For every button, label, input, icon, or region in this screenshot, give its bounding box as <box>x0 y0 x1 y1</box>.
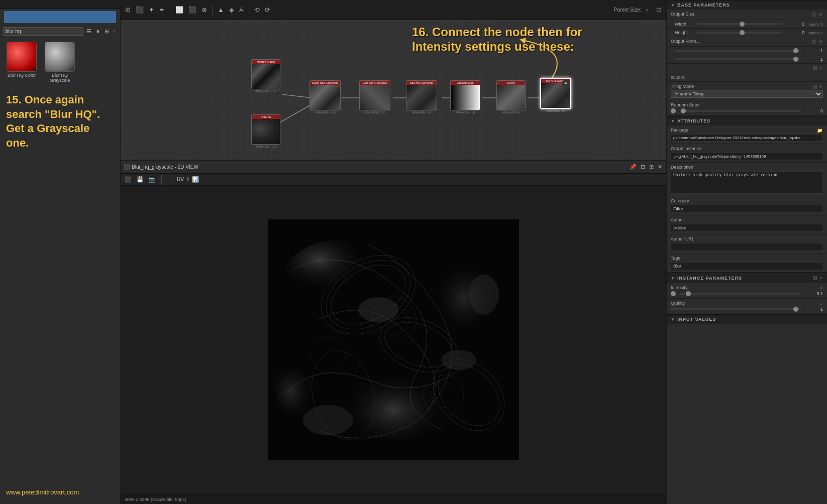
height-slider-thumb[interactable] <box>740 30 745 35</box>
view-2d-tool-3[interactable]: 📷 <box>148 175 157 184</box>
node-blur-hq[interactable]: Blur HQ Grayscale 4096x4096 - L8 <box>406 80 437 114</box>
random-seed-track[interactable] <box>680 110 801 112</box>
height-slider[interactable] <box>697 32 782 34</box>
output-size-link-btn[interactable]: ⛓ <box>811 12 816 18</box>
intensity-dot[interactable] <box>671 291 676 296</box>
toolbar-icon-4[interactable]: ✒ <box>158 5 166 15</box>
list-item[interactable]: Blur HQ Grayscale <box>42 42 77 83</box>
view-2d-info-icon: ℹ <box>187 176 189 183</box>
square-label: square <box>671 75 685 80</box>
node-blur-result[interactable]: Blur HQ grayscale 👁 4096x4096 - L8 <box>540 78 571 112</box>
slider1-thumb[interactable] <box>793 48 798 53</box>
slider2-track[interactable] <box>675 58 801 60</box>
blur-hq-color-label: Blur HQ Color <box>8 73 36 78</box>
output-format-btn2[interactable]: ↺ <box>818 39 823 45</box>
toolbar-icon-6[interactable]: ⬛ <box>187 5 198 15</box>
center-panel: ⊞ ⬛ ✦ ✒ ⬜ ⬛ ⊕ ▲ ◈ A ⟲ ⟳ Parent Size: » ⊡… <box>121 0 666 504</box>
filter-icon[interactable]: ☰ <box>85 27 92 36</box>
grid-icon[interactable]: ⊞ <box>104 27 110 36</box>
slider1-track[interactable] <box>675 50 801 52</box>
toolbar-icon-10[interactable]: A <box>238 5 245 15</box>
tags-field[interactable] <box>671 262 823 270</box>
chevron-base-params: ▼ <box>671 3 675 8</box>
quality-slider[interactable] <box>671 308 801 310</box>
instance-params-btn1[interactable]: ⛓ <box>812 275 818 281</box>
toolbar-icon-8[interactable]: ▲ <box>216 5 226 15</box>
toolbar-icon-11[interactable]: ⟲ <box>253 5 261 15</box>
section-instance-parameters[interactable]: ▼ INSTANCE PARAMETERS ⛓ ≡ <box>667 273 827 283</box>
node-super-blur[interactable]: Super Blur Grayscale 4096x4096 - L16 <box>309 80 341 114</box>
width-slider-thumb[interactable] <box>740 22 745 27</box>
toolbar-icon-2[interactable]: ⬛ <box>134 5 145 15</box>
left-blue-bar <box>4 11 116 23</box>
svg-point-27 <box>441 350 476 370</box>
author-param: Author <box>667 215 827 234</box>
intensity-slider[interactable] <box>680 293 801 295</box>
package-field[interactable] <box>671 134 823 142</box>
node-footer-gradient-map: 4096x4096 - L8 <box>456 111 475 114</box>
author-url-field[interactable] <box>671 243 823 251</box>
random-seed-dot[interactable] <box>671 108 676 113</box>
tiling-mode-reset[interactable]: ↺ <box>818 84 823 90</box>
toolbar-icon-5[interactable]: ⬜ <box>174 5 185 15</box>
output-format-btn3[interactable]: ⛓ <box>812 65 818 71</box>
output-format-icons: ⛓ ↺ <box>811 39 823 45</box>
top-toolbar: ⊞ ⬛ ✦ ✒ ⬜ ⬛ ⊕ ▲ ◈ A ⟲ ⟳ Parent Size: » ⊡ <box>121 0 666 20</box>
node-levels[interactable]: Levels 4096x4096-L8 <box>496 80 526 114</box>
list-icon[interactable]: ≡ <box>112 28 117 36</box>
toolbar-icon-7[interactable]: ⊕ <box>200 5 209 15</box>
output-size-reset-btn[interactable]: ↺ <box>818 12 823 18</box>
random-seed-thumb[interactable] <box>681 108 686 113</box>
author-field[interactable] <box>671 224 823 232</box>
view-2d-min-btn[interactable]: ⊟ <box>640 163 646 171</box>
view-2d-uv-label: UV <box>177 177 184 182</box>
view-2d-max-btn[interactable]: ⊞ <box>648 163 655 171</box>
width-slider[interactable] <box>697 23 782 25</box>
node-gradient-map[interactable]: Gradient Map 4096x4096 - L8 <box>450 80 480 114</box>
node-graph[interactable]: 16. Connect the node then for Intensity … <box>121 20 666 161</box>
view-2d-arrow-btn[interactable]: → <box>166 176 174 184</box>
output-format-btn1[interactable]: ⛓ <box>811 39 816 45</box>
description-field[interactable]: Uniform high quality blur grayscale vers… <box>671 171 823 194</box>
output-format-btn4[interactable]: ↺ <box>818 65 823 71</box>
quality-reset-btn[interactable]: ≡ <box>819 301 823 307</box>
view-2d-pin-btn[interactable]: 📌 <box>629 163 638 171</box>
section-input-values[interactable]: ▼ INPUT VALUES <box>667 314 827 324</box>
tiling-mode-select[interactable]: H and V Tiling <box>671 90 823 98</box>
parent-size-chevron[interactable]: » <box>645 7 649 14</box>
node-plasma[interactable]: Plasma 4096x4096 - L16 <box>251 114 280 148</box>
section-attributes[interactable]: ▼ ATTRIBUTES <box>667 116 827 125</box>
quality-thumb[interactable] <box>793 307 798 312</box>
toolbar-icon-3[interactable]: ✦ <box>147 5 156 15</box>
chevron-instance-params: ▼ <box>671 276 675 281</box>
chevron-attributes: ▼ <box>671 119 675 123</box>
instance-params-btn2[interactable]: ≡ <box>819 275 823 281</box>
search-input[interactable] <box>3 27 83 36</box>
view-2d-tool-1[interactable]: ⬛ <box>124 175 133 184</box>
random-seed-value: 0 <box>803 108 823 113</box>
toolbar-divider-2 <box>212 5 213 15</box>
toolbar-icon-9[interactable]: ◈ <box>228 5 236 15</box>
intensity-reset-btn[interactable]: ≡ <box>819 285 823 291</box>
toolbar-icon-12[interactable]: ⟳ <box>263 5 272 15</box>
toolbar-divider-1 <box>170 5 170 15</box>
tiling-mode-btn[interactable]: ⛓ <box>812 84 818 90</box>
node-footer-blur-result: 4096x4096 - L8 <box>546 109 565 112</box>
toolbar-icon-1[interactable]: ⊞ <box>124 5 132 15</box>
description-label: Description <box>671 165 823 170</box>
package-folder-btn[interactable]: 📁 <box>816 128 823 134</box>
intensity-thumb[interactable] <box>686 291 691 296</box>
graph-instance-field[interactable] <box>671 153 823 160</box>
section-base-parameters[interactable]: ▼ BASE PARAMETERS <box>667 0 827 10</box>
node-mixture-noise[interactable]: Mixture Noise 4096x4096 - L16 <box>251 59 280 93</box>
slider2-thumb[interactable] <box>793 57 798 62</box>
toolbar-size-icon[interactable]: ⊡ <box>655 5 663 15</box>
parent-size-label: Parent Size: <box>614 7 641 13</box>
star-icon[interactable]: ★ <box>94 27 101 36</box>
view-2d-close-btn[interactable]: ✕ <box>657 163 663 171</box>
intensity-value: 0.1 <box>803 291 823 296</box>
node-gen-blur[interactable]: Gen Blur Grayscale 4096x4096G - L8 <box>359 80 390 114</box>
list-item[interactable]: Blur HQ Color <box>4 42 39 83</box>
category-field[interactable] <box>671 205 823 213</box>
view-2d-tool-2[interactable]: 💾 <box>136 175 145 184</box>
